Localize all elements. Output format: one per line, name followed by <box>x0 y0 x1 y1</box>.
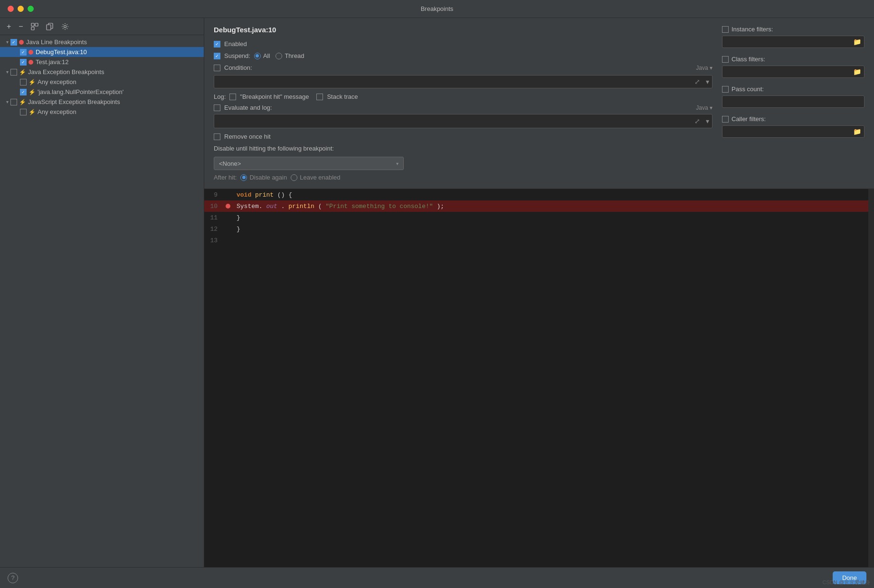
checkbox-java-line[interactable] <box>10 39 17 46</box>
leave-enabled-radio[interactable]: Leave enabled <box>291 174 340 181</box>
evaluate-dropdown-icon[interactable]: ▾ <box>703 117 712 125</box>
instance-filter-input[interactable] <box>722 38 850 47</box>
stack-trace-label: Stack trace <box>327 93 358 100</box>
evaluate-label: Evaluate and log: <box>224 104 272 111</box>
suspend-checkbox[interactable] <box>214 53 220 59</box>
remove-once-hit-checkbox[interactable] <box>214 133 220 140</box>
tree-item-label: DebugTest.java:10 <box>36 48 87 56</box>
condition-expand-icon[interactable]: ⤢ <box>692 78 703 85</box>
evaluate-lang[interactable]: Java ▾ <box>696 104 712 111</box>
tree-item-any-exception[interactable]: ⚡ Any exception <box>0 77 204 87</box>
checkbox-js-any-exception[interactable] <box>20 109 27 115</box>
none-dropdown[interactable]: <None> ▾ <box>214 157 404 170</box>
line-content: } <box>233 226 240 233</box>
code-text: . <box>281 203 285 210</box>
code-line-13: 13 <box>204 235 868 246</box>
add-button[interactable]: + <box>5 21 13 32</box>
suspend-row: Suspend: All Thread <box>214 52 712 59</box>
instance-checkbox[interactable] <box>722 26 729 33</box>
instance-filter-folder-icon[interactable]: 📁 <box>850 38 864 46</box>
suspend-all-radio[interactable]: All <box>254 52 270 59</box>
instance-filter-label: Instance filters: <box>732 26 773 33</box>
checkbox-debugtest[interactable] <box>20 49 27 56</box>
tree-item-testjava[interactable]: Test.java:12 <box>0 57 204 67</box>
condition-lang[interactable]: Java ▾ <box>696 65 712 71</box>
line-content: void print () { <box>233 191 292 199</box>
after-hit-label: After hit: <box>214 174 237 181</box>
caller-filter-input-row: 📁 <box>722 125 864 138</box>
disable-again-label: Disable again <box>249 174 287 181</box>
checkbox-testjava[interactable] <box>20 59 27 66</box>
disable-again-radio[interactable]: Disable again <box>240 174 287 181</box>
suspend-thread-radio[interactable]: Thread <box>276 52 304 59</box>
code-text: () { <box>277 191 292 199</box>
close-button[interactable] <box>8 6 14 12</box>
instance-filter-label-row: Instance filters: <box>722 26 864 33</box>
minimize-button[interactable] <box>18 6 24 12</box>
settings-area: DebugTest.java:10 Enabled Suspend: All <box>204 18 874 189</box>
caller-filter-label: Caller filters: <box>732 115 766 123</box>
tree-item-nullpointer[interactable]: ⚡ 'java.lang.NullPointerException' <box>0 87 204 97</box>
radio-thread-icon <box>276 53 282 59</box>
toolbar: + − <box>0 18 204 35</box>
copy-button[interactable] <box>44 22 56 31</box>
evaluate-expand-icon[interactable]: ⤢ <box>692 117 703 125</box>
code-scroll[interactable]: 9 void print () { 10 <box>204 189 868 567</box>
class-filter-label-row: Class filters: <box>722 56 864 63</box>
line-content: } <box>233 214 240 221</box>
tree-item-js-exception-group[interactable]: ▾ ⚡ JavaScript Exception Breakpoints <box>0 97 204 107</box>
class-filter-input[interactable] <box>722 67 850 76</box>
caller-filter-folder-icon[interactable]: 📁 <box>850 128 864 135</box>
tree-item-debugtest[interactable]: DebugTest.java:10 <box>0 47 204 57</box>
dropdown-arrow-icon: ▾ <box>396 161 399 166</box>
pass-count-input[interactable] <box>722 97 864 106</box>
arrow-icon: ▾ <box>4 69 10 75</box>
group-button[interactable] <box>29 22 40 31</box>
tree-item-label: Any exception <box>38 78 76 85</box>
log-label: Log: <box>214 93 226 100</box>
breakpoint-hit-checkbox[interactable] <box>229 94 236 100</box>
condition-input[interactable] <box>214 76 692 87</box>
code-text: ( <box>318 203 322 210</box>
none-dropdown-row: <None> ▾ <box>214 157 712 170</box>
lightning-bolt-icon: ⚡ <box>28 79 36 85</box>
checkbox-nullpointer[interactable] <box>20 89 27 95</box>
code-line-11: 11 } <box>204 212 868 223</box>
settings-button[interactable] <box>59 22 71 31</box>
breakpoint-title: DebugTest.java:10 <box>214 26 712 34</box>
disable-until-row: Disable until hitting the following brea… <box>214 145 712 152</box>
caller-filter-label-row: Caller filters: <box>722 115 864 123</box>
checkbox-any-exception[interactable] <box>20 79 27 85</box>
evaluate-checkbox[interactable] <box>214 104 220 111</box>
enabled-checkbox[interactable] <box>214 41 220 47</box>
condition-dropdown-icon[interactable]: ▾ <box>703 78 712 85</box>
pass-count-checkbox[interactable] <box>722 86 729 93</box>
evaluate-input[interactable] <box>214 116 692 127</box>
remove-once-hit-row: Remove once hit <box>214 133 712 140</box>
help-button[interactable]: ? <box>8 573 18 583</box>
code-scrollbar[interactable] <box>868 189 874 567</box>
pass-count-group: Pass count: <box>722 85 864 108</box>
code-line-10: 10 System. out . println ( "Print someth… <box>204 200 868 212</box>
tree-item-label: Java Line Breakpoints <box>26 38 87 46</box>
checkbox-js-exception[interactable] <box>10 99 17 105</box>
after-hit-row: After hit: Disable again Leave enabled <box>214 174 712 181</box>
condition-checkbox[interactable] <box>214 65 220 71</box>
caller-checkbox[interactable] <box>722 116 729 123</box>
suspend-radio-group: All Thread <box>254 52 304 59</box>
tree-item-js-any-exception[interactable]: ⚡ Any exception <box>0 107 204 117</box>
stack-trace-checkbox[interactable] <box>316 94 323 100</box>
caller-filter-input[interactable] <box>722 127 850 136</box>
class-checkbox[interactable] <box>722 56 729 63</box>
suspend-label: Suspend: <box>224 52 250 59</box>
maximize-button[interactable] <box>28 6 34 12</box>
remove-button[interactable]: − <box>17 21 25 32</box>
checkbox-java-exception[interactable] <box>10 69 17 76</box>
class-filter-folder-icon[interactable]: 📁 <box>850 68 864 76</box>
code-text: } <box>237 214 240 221</box>
arrow-icon: ▾ <box>4 99 10 104</box>
tree-item-java-exception-group[interactable]: ▾ ⚡ Java Exception Breakpoints <box>0 67 204 77</box>
breakpoints-tree: ▾ Java Line Breakpoints DebugTest.java:1… <box>0 35 204 567</box>
tree-item-label: 'java.lang.NullPointerException' <box>38 88 124 95</box>
tree-item-java-line-group[interactable]: ▾ Java Line Breakpoints <box>0 37 204 47</box>
